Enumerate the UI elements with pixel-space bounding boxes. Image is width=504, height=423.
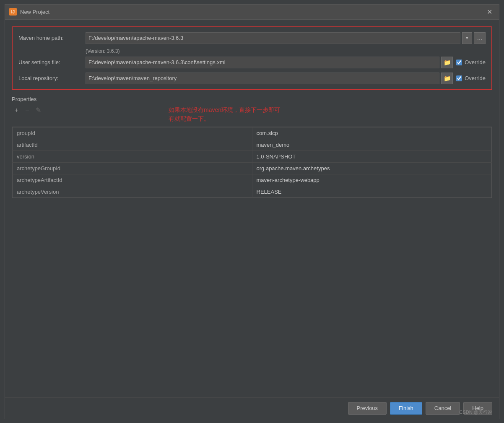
table-row[interactable]: archetypeArtifactIdmaven-archetype-webap… [13,174,492,186]
property-key: archetypeVersion [13,186,252,197]
table-row[interactable]: artifactIdmaven_demo [13,139,492,151]
watermark: CSDN @天行说 [460,409,492,415]
property-value: maven_demo [252,139,492,151]
local-repo-override-group: Override [456,75,486,81]
property-value: com.slcp [252,127,492,139]
user-settings-override-label: Override [465,59,486,65]
local-repo-label: Local repository: [18,75,86,81]
user-settings-folder-button[interactable]: 📁 [441,57,453,68]
title-bar: IJ New Project ✕ [5,5,499,20]
property-value: RELEASE [252,186,492,197]
maven-home-path-row: Maven home path: ▾ … [18,32,486,44]
annotation: 如果本地没有maven环境，直接下一步即可 有就配置一下。 [169,106,280,123]
property-value: org.apache.maven.archetypes [252,162,492,174]
properties-table: groupIdcom.slcpartifactIdmaven_demoversi… [12,127,492,198]
property-key: artifactId [13,139,252,151]
user-settings-row: User settings file: 📁 Override [18,57,486,68]
new-project-dialog: IJ New Project ✕ Maven home path: ▾ … (V… [5,4,499,419]
remove-property-button[interactable]: − [23,106,32,115]
local-repo-row: Local repository: 📁 Override [18,73,486,84]
property-key: archetypeGroupId [13,162,252,174]
local-repo-input-group: 📁 [86,73,453,84]
local-repo-override-checkbox[interactable] [456,75,462,81]
table-row[interactable]: archetypeVersionRELEASE [13,186,492,197]
maven-section: Maven home path: ▾ … (Version: 3.6.3) Us… [12,26,492,90]
maven-home-path-dropdown-button[interactable]: ▾ [462,32,472,44]
maven-version-hint: (Version: 3.6.3) [86,48,486,54]
maven-home-path-input-group: ▾ … [86,32,486,44]
property-value: maven-archetype-webapp [252,174,492,186]
dialog-footer: Previous Finish Cancel Help [5,397,499,419]
dialog-title: New Project [20,9,49,15]
close-button[interactable]: ✕ [484,7,495,17]
table-row[interactable]: version1.0-SNAPSHOT [13,151,492,162]
properties-title: Properties [12,96,492,102]
user-settings-input[interactable] [86,57,439,68]
local-repo-input[interactable] [86,73,439,84]
finish-button[interactable]: Finish [390,402,422,415]
previous-button[interactable]: Previous [348,402,387,415]
local-repo-override-label: Override [465,75,486,81]
app-icon: IJ [9,8,17,16]
properties-toolbar: + − ✎ [12,106,43,115]
cancel-button[interactable]: Cancel [426,402,460,415]
table-row[interactable]: groupIdcom.slcp [13,127,492,139]
dialog-body: Maven home path: ▾ … (Version: 3.6.3) Us… [5,20,499,397]
user-settings-override-checkbox[interactable] [456,60,462,65]
user-settings-label: User settings file: [18,59,86,65]
property-key: version [13,151,252,162]
property-key: groupId [13,127,252,139]
add-property-button[interactable]: + [12,106,21,115]
maven-home-path-input[interactable] [86,32,460,44]
maven-home-path-label: Maven home path: [18,35,86,41]
user-settings-input-group: 📁 [86,57,453,68]
table-row[interactable]: archetypeGroupIdorg.apache.maven.archety… [13,162,492,174]
user-settings-override-group: Override [456,59,486,65]
local-repo-folder-button[interactable]: 📁 [441,73,453,84]
properties-table-container: groupIdcom.slcpartifactIdmaven_demoversi… [12,127,492,393]
edit-property-button[interactable]: ✎ [34,106,43,115]
property-value: 1.0-SNAPSHOT [252,151,492,162]
property-key: archetypeArtifactId [13,174,252,186]
properties-section: Properties + − ✎ 如果本地没有maven环境，直接下一步即可 有… [12,96,492,393]
maven-home-path-browse-button[interactable]: … [474,32,486,44]
